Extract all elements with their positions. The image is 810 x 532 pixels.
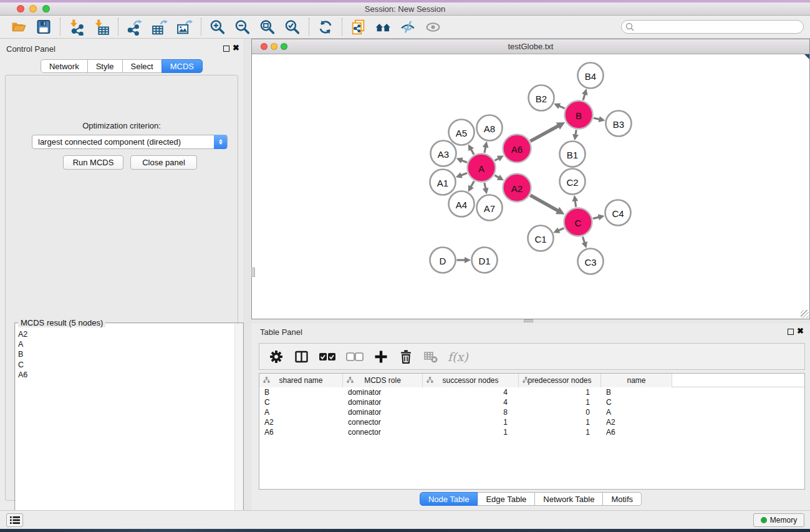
show-column-button[interactable] (293, 347, 309, 366)
node-A7[interactable]: A7 (477, 195, 503, 221)
edge-A-A2[interactable] (494, 175, 499, 178)
table-cell[interactable]: 4 (423, 397, 519, 407)
node-B3[interactable]: B3 (606, 111, 632, 137)
tab-network-table[interactable]: Network Table (534, 492, 603, 506)
delete-table-button[interactable] (423, 347, 439, 366)
edge-A-A8[interactable] (485, 147, 486, 153)
table-cell[interactable]: 1 (519, 397, 601, 407)
result-scrollbar[interactable] (234, 324, 243, 532)
edge-C-C4[interactable] (593, 217, 599, 218)
save-session-button[interactable] (31, 17, 56, 37)
table-cell[interactable]: dominator (343, 387, 423, 397)
network-horizontal-scrollthumb[interactable] (524, 319, 533, 322)
table-cell[interactable]: 1 (423, 417, 519, 427)
edge-B-B1[interactable] (576, 130, 576, 135)
network-window-titlebar[interactable]: testGlobe.txt (252, 39, 809, 54)
edge-A2-C[interactable] (530, 195, 558, 211)
zoom-in-button[interactable] (205, 17, 230, 37)
table-cell[interactable]: A6 (259, 427, 343, 437)
mcds-result-item[interactable]: A2 (18, 329, 243, 339)
create-column-button[interactable] (373, 347, 389, 366)
tab-style[interactable]: Style (87, 59, 123, 73)
tab-node-table[interactable]: Node Table (420, 492, 478, 506)
node-C1[interactable]: C1 (528, 226, 554, 251)
edge-A6-B[interactable] (531, 126, 559, 142)
table-cell[interactable]: B (259, 387, 343, 397)
node-A5[interactable]: A5 (449, 120, 475, 145)
node-D1[interactable]: D1 (472, 248, 498, 273)
zoom-fit-button[interactable] (255, 17, 280, 37)
edge-C-C1[interactable] (558, 228, 564, 231)
table-cell[interactable]: connector (343, 417, 423, 427)
node-C3[interactable]: C3 (578, 249, 604, 274)
node-A4[interactable]: A4 (449, 191, 475, 217)
tab-mcds[interactable]: MCDS (162, 59, 203, 73)
titlebar[interactable]: Session: New Session (0, 2, 810, 16)
table-cell[interactable]: connector (343, 427, 423, 437)
import-network-button[interactable] (64, 17, 89, 37)
table-cell[interactable]: 1 (423, 427, 519, 437)
node-A2[interactable]: A2 (503, 174, 531, 202)
close-panel-icon[interactable]: ✖ (233, 43, 239, 53)
delete-column-button[interactable] (398, 347, 414, 366)
edge-A-A5[interactable] (471, 149, 474, 155)
memory-button[interactable]: Memory (753, 513, 804, 527)
mcds-result-item[interactable]: A (18, 339, 243, 349)
network-graph[interactable]: AA1A2A3A4A5A6A7A8BB1B2B3B4CC1C2C3C4DD1 (252, 54, 809, 319)
node-B4[interactable]: B4 (578, 63, 604, 89)
node-B1[interactable]: B1 (560, 142, 586, 167)
table-cell[interactable]: A6 (601, 427, 672, 437)
table-cell[interactable]: A2 (259, 417, 343, 427)
show-graphics-details-button[interactable] (421, 17, 446, 37)
table-cell[interactable]: C (259, 397, 343, 407)
table-cell[interactable]: 4 (423, 387, 519, 397)
table-cell[interactable]: B (601, 387, 672, 397)
table-cell[interactable]: 1 (519, 417, 601, 427)
node-A3[interactable]: A3 (431, 141, 456, 167)
edge-A-A6[interactable] (495, 158, 499, 160)
table-cell[interactable]: C (601, 397, 672, 407)
node-A8[interactable]: A8 (477, 115, 503, 141)
deselect-all-columns-button[interactable] (345, 347, 364, 366)
column-header-shared-name[interactable]: shared name (259, 374, 343, 387)
export-image-button[interactable] (172, 17, 197, 37)
node-C[interactable]: C (564, 208, 592, 236)
table-cell[interactable]: A (259, 407, 343, 417)
import-table-button[interactable] (89, 17, 114, 37)
network-canvas[interactable]: AA1A2A3A4A5A6A7A8BB1B2B3B4CC1C2C3C4DD1 (252, 54, 809, 319)
hide-graphics-details-button[interactable] (396, 17, 421, 37)
mcds-result-item[interactable]: A6 (18, 370, 243, 380)
edge-A-A3[interactable] (461, 160, 467, 163)
open-session-button[interactable] (6, 17, 31, 37)
edge-B-B3[interactable] (594, 118, 600, 119)
function-builder-button[interactable]: f(x) (448, 347, 468, 366)
node-B2[interactable]: B2 (529, 85, 554, 111)
table-cell[interactable]: 1 (519, 427, 601, 437)
edge-B-B4[interactable] (583, 94, 585, 100)
tab-motifs[interactable]: Motifs (602, 492, 642, 506)
tab-select[interactable]: Select (122, 59, 162, 73)
table-cell[interactable]: 0 (519, 407, 601, 417)
node-D[interactable]: D (430, 248, 456, 273)
table-cell[interactable]: dominator (343, 397, 423, 407)
column-header-mcds-role[interactable]: MCDS role (343, 374, 423, 387)
column-header-successor-nodes[interactable]: successor nodes (423, 374, 519, 387)
select-all-columns-button[interactable] (318, 347, 337, 366)
table-cell[interactable]: A (601, 407, 672, 417)
table-cell[interactable]: A2 (601, 417, 672, 427)
table-cell[interactable]: 8 (423, 407, 519, 417)
node-A1[interactable]: A1 (430, 170, 456, 195)
mcds-result-item[interactable]: C (18, 360, 243, 370)
export-network-button[interactable] (122, 17, 147, 37)
export-table-button[interactable] (147, 17, 172, 37)
home-networks-button[interactable] (371, 17, 396, 37)
zoom-selected-button[interactable] (280, 17, 305, 37)
node-C4[interactable]: C4 (605, 200, 631, 226)
column-header-name[interactable]: name (601, 374, 672, 387)
node-A6[interactable]: A6 (503, 135, 531, 163)
column-header-predecessor-nodes[interactable]: predecessor nodes (519, 374, 601, 387)
tab-network[interactable]: Network (41, 59, 88, 73)
table-settings-button[interactable] (268, 347, 284, 366)
close-table-panel-icon[interactable]: ✖ (797, 326, 804, 336)
criterion-select[interactable]: largest connected component (directed) (32, 135, 228, 149)
